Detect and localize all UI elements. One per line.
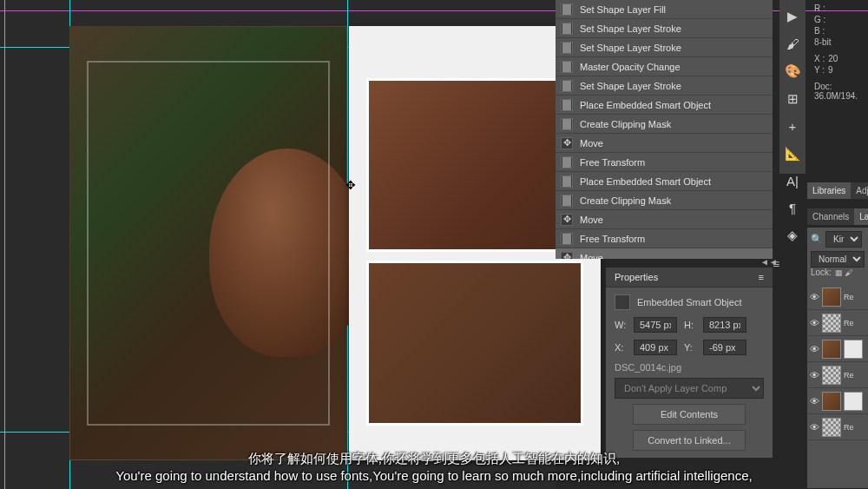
move-icon xyxy=(561,137,573,149)
layer-thumbnail[interactable] xyxy=(822,418,841,437)
layer-row[interactable]: 👁Re xyxy=(807,336,868,362)
layer-icon xyxy=(561,233,573,245)
layer-mask-thumbnail[interactable] xyxy=(844,392,863,411)
history-item-current[interactable]: Move xyxy=(556,248,773,259)
guide-vertical[interactable] xyxy=(4,0,5,489)
y-input[interactable] xyxy=(703,340,746,355)
convert-to-linked-button[interactable]: Convert to Linked... xyxy=(633,430,746,451)
move-icon xyxy=(561,252,573,260)
history-item[interactable]: Master Opacity Change xyxy=(556,57,773,76)
history-item[interactable]: Set Shape Layer Stroke xyxy=(556,19,773,38)
layer-row[interactable]: 👁Re xyxy=(807,362,868,388)
search-icon[interactable]: 🔍 xyxy=(811,234,823,245)
play-icon[interactable]: ▶ xyxy=(784,9,801,24)
layer-icon xyxy=(561,118,573,130)
history-item[interactable]: Move xyxy=(556,134,773,153)
panel-menu-icon[interactable]: ≡ xyxy=(759,272,764,282)
move-cursor-icon: ✥ xyxy=(345,178,356,192)
width-input[interactable] xyxy=(634,317,677,333)
layer-icon xyxy=(561,175,573,188)
info-x-value: 20 xyxy=(828,54,838,63)
history-panel: Set Shape Layer Fill Set Shape Layer Str… xyxy=(556,0,773,259)
history-item[interactable]: Set Shape Layer Fill xyxy=(556,0,773,19)
height-label: H: xyxy=(684,320,700,330)
layer-filter-dropdown[interactable]: Kind xyxy=(825,231,862,248)
info-x-label: X : xyxy=(814,54,825,63)
history-item[interactable]: Create Clipping Mask xyxy=(556,191,773,210)
layer-icon xyxy=(561,61,573,73)
visibility-toggle-icon[interactable]: 👁 xyxy=(810,396,819,406)
x-label: X: xyxy=(615,342,630,353)
layer-icon xyxy=(561,99,573,111)
info-r-label: R : xyxy=(814,3,825,13)
crosshair-icon[interactable]: + xyxy=(784,119,801,134)
history-item[interactable]: Set Shape Layer Stroke xyxy=(556,38,773,57)
detail-photo-2[interactable] xyxy=(366,261,583,426)
layer-thumbnail[interactable] xyxy=(822,340,841,359)
lock-transparency-icon[interactable]: ▦ xyxy=(835,268,843,277)
info-g-label: G : xyxy=(814,15,825,24)
layer-icon xyxy=(561,195,573,207)
subtitle-chinese: 你将了解如何使用字体,你还将学到更多包括人工智能在内的知识, xyxy=(0,451,868,467)
lock-label: Lock: xyxy=(811,268,832,277)
video-subtitle: 你将了解如何使用字体,你还将学到更多包括人工智能在内的知识, You're go… xyxy=(0,451,868,483)
grid-icon[interactable]: ⊞ xyxy=(784,91,801,107)
layer-icon xyxy=(561,42,573,54)
tab-layers[interactable]: Lay xyxy=(854,208,868,225)
panel-tabs-2: Channels Lay xyxy=(807,208,868,225)
history-item[interactable]: Free Transform xyxy=(556,153,773,172)
layer-thumbnail[interactable] xyxy=(822,314,841,333)
layer-icon xyxy=(561,80,573,92)
layer-mask-thumbnail[interactable] xyxy=(844,340,863,359)
layers-panel: 🔍 Kind Normal Lock: ▦ 🖌 👁Re 👁Re 👁Re 👁Re … xyxy=(807,228,868,488)
info-doc-size: Doc: 36.0M/194. xyxy=(814,82,865,101)
panel-menu-icon[interactable]: ≡ xyxy=(773,257,779,271)
blend-mode-dropdown[interactable]: Normal xyxy=(811,251,865,268)
x-input[interactable] xyxy=(634,340,677,355)
layer-icon xyxy=(561,3,573,16)
canvas-area[interactable]: ✥ xyxy=(0,0,556,489)
swatches-icon[interactable]: 🎨 xyxy=(784,63,801,79)
type-icon[interactable]: A| xyxy=(784,174,801,188)
info-bits: 8-bit xyxy=(814,37,831,47)
cube-icon[interactable]: ◈ xyxy=(784,228,801,243)
visibility-toggle-icon[interactable]: 👁 xyxy=(810,292,819,302)
height-input[interactable] xyxy=(703,317,746,333)
move-icon xyxy=(561,214,573,226)
visibility-toggle-icon[interactable]: 👁 xyxy=(810,370,819,380)
visibility-toggle-icon[interactable]: 👁 xyxy=(810,318,819,328)
source-filename: DSC_0014c.jpg xyxy=(615,362,764,373)
layer-comp-dropdown[interactable]: Don't Apply Layer Comp xyxy=(615,378,764,399)
layer-thumbnail[interactable] xyxy=(822,392,841,411)
tab-libraries[interactable]: Libraries xyxy=(807,182,851,199)
layer-thumbnail[interactable] xyxy=(822,287,841,307)
info-b-label: B : xyxy=(814,26,825,36)
paragraph-icon[interactable]: ¶ xyxy=(784,201,801,215)
layer-icon xyxy=(561,23,573,35)
brush-icon[interactable]: 🖌 xyxy=(784,36,801,51)
visibility-toggle-icon[interactable]: 👁 xyxy=(810,344,819,354)
history-item[interactable]: Free Transform xyxy=(556,229,773,248)
layer-row[interactable]: 👁Re xyxy=(807,388,868,414)
tab-adjustments[interactable]: Adj xyxy=(851,182,868,199)
object-type-label: Embedded Smart Object xyxy=(637,297,741,307)
edit-contents-button[interactable]: Edit Contents xyxy=(633,404,746,425)
info-panel: R : G : B : 8-bit X :20 Y :9 Doc: 36.0M/… xyxy=(811,0,868,106)
layer-row[interactable]: 👁Re xyxy=(807,310,868,336)
info-y-label: Y : xyxy=(814,65,825,75)
layer-thumbnail[interactable] xyxy=(822,366,841,385)
history-item[interactable]: Place Embedded Smart Object xyxy=(556,96,773,115)
measure-icon[interactable]: 📐 xyxy=(784,146,801,162)
history-item[interactable]: Create Clipping Mask xyxy=(556,115,773,134)
layer-row[interactable]: 👁Re xyxy=(807,414,868,440)
visibility-toggle-icon[interactable]: 👁 xyxy=(810,422,819,433)
tab-channels[interactable]: Channels xyxy=(807,208,854,225)
detail-photo-1[interactable] xyxy=(366,78,583,252)
layer-icon xyxy=(561,156,573,169)
history-item[interactable]: Move xyxy=(556,210,773,229)
properties-header[interactable]: Properties ≡ xyxy=(606,268,773,287)
layer-row[interactable]: 👁Re xyxy=(807,284,868,310)
history-item[interactable]: Set Shape Layer Stroke xyxy=(556,76,773,96)
lock-pixels-icon[interactable]: 🖌 xyxy=(845,268,852,277)
history-item[interactable]: Place Embedded Smart Object xyxy=(556,172,773,191)
